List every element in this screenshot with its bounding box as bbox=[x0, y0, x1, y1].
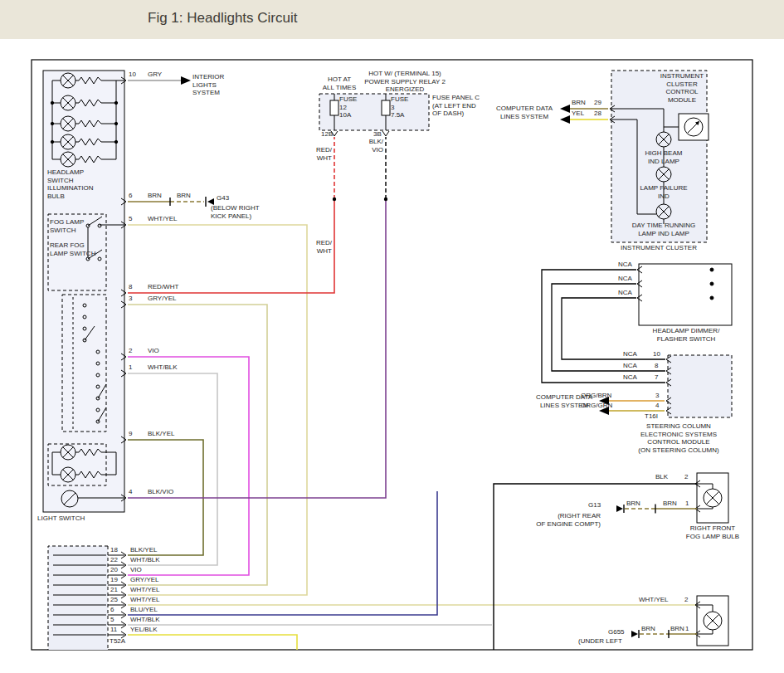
connector-id: T16I bbox=[645, 412, 658, 421]
wire-label: WHT/YEL bbox=[130, 596, 160, 604]
wire-label: BLK/YEL bbox=[148, 430, 174, 438]
pin-number: 2 bbox=[684, 473, 688, 481]
component-label: FUSE PANEL C (AT LEFT END OF DASH) bbox=[432, 94, 497, 118]
component-label: FOG LAMP SWITCH bbox=[50, 218, 84, 234]
wire-label: BLK bbox=[655, 473, 668, 481]
steering-column-module bbox=[666, 355, 732, 417]
pin-number: 20 bbox=[110, 566, 118, 574]
wire-label: VIO bbox=[148, 347, 159, 355]
pin-number: 5 bbox=[129, 215, 132, 223]
offpage-dest: COMPUTER DATA LINES SYSTEM bbox=[491, 105, 558, 120]
wire-label: BRN bbox=[572, 99, 586, 107]
wire-label: WHT/YEL bbox=[148, 215, 178, 223]
component-label: HEADLAMP DIMMER/ FLASHER SWITCH bbox=[641, 327, 731, 343]
wire-label: RED/ WHT bbox=[311, 146, 332, 162]
wire-id: 12B bbox=[321, 130, 333, 139]
wire-label: BRN bbox=[641, 625, 655, 633]
wire-label: WHT/BLK bbox=[130, 556, 160, 564]
splice-dot bbox=[384, 198, 387, 201]
fog-lamp-left bbox=[695, 596, 728, 646]
fog-lamp-right bbox=[695, 473, 728, 523]
wire-label: NCA bbox=[618, 261, 632, 269]
component-label: LIGHT SWITCH bbox=[37, 515, 85, 523]
pin-number: 25 bbox=[110, 596, 118, 604]
pin-number: 22 bbox=[110, 556, 118, 564]
wire-label: GRY bbox=[148, 71, 162, 79]
wire-label: BLK/VIO bbox=[148, 488, 173, 496]
pin-number: 4 bbox=[129, 488, 132, 496]
pin-number: 3 bbox=[655, 392, 659, 400]
pin-number: 2 bbox=[129, 347, 132, 355]
wire-label: WHT/BLK bbox=[130, 616, 160, 624]
figure-viewer: Fig 1: Headlights Circuit bbox=[0, 0, 784, 673]
pin-number: 1 bbox=[685, 625, 689, 633]
wire-label: YEL/BLK bbox=[130, 626, 157, 634]
wire-label: WHT/YEL bbox=[639, 596, 669, 604]
wire-label: BRN bbox=[670, 625, 684, 633]
wire-label: NCA bbox=[618, 275, 632, 283]
component-label: HEADLAMP SWITCH ILLUMINATION BULB bbox=[47, 168, 119, 200]
ground-location: (BELOW RIGHT KICK PANEL) bbox=[211, 204, 277, 220]
pin-number: 9 bbox=[129, 430, 132, 438]
wire-label: BRN bbox=[177, 192, 191, 200]
wire-label: BLK/YEL bbox=[130, 546, 157, 554]
power-label: HOT W/ (TERMINAL 15) POWER SUPPLY RELAY … bbox=[357, 70, 453, 94]
ground-name: G13 bbox=[588, 501, 601, 510]
wire-label: BRN bbox=[663, 500, 677, 508]
pin-number: 7 bbox=[655, 373, 658, 382]
power-label: HOT AT ALL TIMES bbox=[318, 76, 361, 91]
ground-location: (RIGHT REAR OF ENGINE COMPT) bbox=[529, 512, 601, 528]
component-label: INSTRUMENT CLUSTER bbox=[614, 244, 704, 252]
ground-name: G655 bbox=[608, 628, 625, 636]
connector-id: T52A bbox=[110, 637, 125, 646]
pin-number: 18 bbox=[110, 546, 118, 554]
fuse-label: FUSE 12 10A bbox=[339, 95, 357, 119]
wire-label: GRY/YEL bbox=[130, 576, 159, 584]
indicator-label: LAMP FAILURE IND bbox=[638, 184, 689, 200]
dimmer-flasher-switch bbox=[637, 264, 732, 325]
splice-dot bbox=[333, 198, 336, 201]
wire-label: BLK/ VIO bbox=[363, 138, 383, 154]
pin-number: 21 bbox=[110, 586, 118, 594]
pin-number: 29 bbox=[594, 99, 601, 107]
ground-location: (UNDER LEFT bbox=[578, 637, 622, 646]
component-label: RIGHT FRONT FOG LAMP BULB bbox=[677, 524, 748, 540]
pin-number: 5 bbox=[110, 616, 114, 624]
pin-number: 8 bbox=[655, 362, 658, 370]
ground-name: G43 bbox=[217, 194, 229, 202]
wire-label: NCA bbox=[623, 350, 637, 358]
pin-number: 6 bbox=[110, 606, 114, 614]
wire-label: ORG/BRN bbox=[581, 392, 611, 400]
pin-number: 3 bbox=[129, 295, 132, 303]
wire-label: RED/WHT bbox=[148, 283, 178, 291]
wire-label: NCA bbox=[623, 362, 637, 370]
wire-label: BLU/YEL bbox=[130, 606, 158, 614]
wire-label: RED/ WHT bbox=[311, 239, 332, 255]
module-title: STEERING COLUMN ELECTRONIC SYSTEMS CONTR… bbox=[626, 422, 732, 454]
wire-label: BRN bbox=[626, 500, 640, 508]
wire-label: ORG/GRN bbox=[581, 402, 612, 410]
wire-label: WHT/YEL bbox=[130, 586, 160, 594]
pin-number: 4 bbox=[655, 402, 659, 410]
light-switch-assembly bbox=[43, 71, 124, 512]
wire-label: WHT/BLK bbox=[148, 363, 178, 372]
wire-label: NCA bbox=[618, 289, 632, 297]
pin-number: 19 bbox=[110, 576, 118, 584]
pin-number: 6 bbox=[129, 192, 132, 200]
pin-number: 10 bbox=[129, 71, 136, 79]
component-label: REAR FOG LAMP SWITCH bbox=[50, 241, 95, 257]
pin-number: 10 bbox=[653, 350, 660, 358]
pin-number: 28 bbox=[594, 110, 601, 118]
pin-number: 1 bbox=[685, 500, 689, 508]
wire-label: NCA bbox=[623, 373, 637, 382]
wire-label: VIO bbox=[130, 566, 142, 574]
pin-number: 8 bbox=[129, 283, 132, 291]
pin-number: 1 bbox=[129, 363, 132, 372]
fuse-label: FUSE 3 7.5A bbox=[391, 95, 408, 119]
pin-number: 2 bbox=[684, 596, 688, 604]
wire-label: YEL bbox=[572, 110, 584, 118]
offpage-dest: INTERIOR LIGHTS SYSTEM bbox=[192, 73, 246, 97]
wire-label: BRN bbox=[148, 192, 162, 200]
wire-label: GRY/YEL bbox=[148, 295, 177, 303]
pin-number: 11 bbox=[110, 626, 117, 634]
